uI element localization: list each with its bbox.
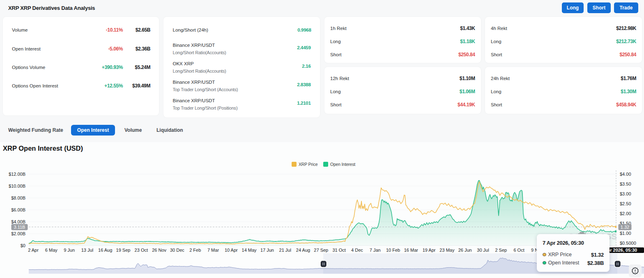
svg-text:19 Sep: 19 Sep: [116, 248, 131, 253]
svg-text:2 Sep: 2 Sep: [495, 248, 507, 253]
svg-text:2 Apr: 2 Apr: [28, 248, 39, 253]
svg-text:23 Oct: 23 Oct: [135, 248, 148, 253]
svg-text:$4.00: $4.00: [620, 172, 631, 177]
svg-text:21 Jul: 21 Jul: [279, 248, 291, 253]
svg-text:$10.00B: $10.00B: [9, 184, 25, 188]
svg-text:9 Jun: 9 Jun: [64, 248, 75, 253]
svg-text:26 Nov: 26 Nov: [152, 248, 166, 253]
svg-text:$2.50: $2.50: [620, 201, 631, 206]
svg-text:14 May: 14 May: [242, 248, 257, 253]
svg-text:2 Feb: 2 Feb: [189, 248, 201, 253]
svg-text:$8.00B: $8.00B: [11, 195, 25, 200]
svg-text:7 Jan: 7 Jan: [370, 248, 381, 253]
svg-text:$3.50: $3.50: [620, 182, 631, 186]
svg-text:$12.00B: $12.00B: [9, 172, 25, 177]
svg-text:$6.00B: $6.00B: [11, 207, 25, 212]
svg-text:13 Jul: 13 Jul: [81, 248, 93, 253]
svg-text:$2.00B: $2.00B: [11, 231, 25, 236]
svg-text:$3.00: $3.00: [620, 191, 631, 196]
svg-text:4 Dec: 4 Dec: [351, 248, 363, 253]
svg-text:16 Mar: 16 Mar: [404, 248, 419, 253]
svg-text:$4.00B: $4.00B: [11, 219, 25, 224]
svg-text:$0.5000: $0.5000: [620, 241, 636, 246]
svg-text:6 May: 6 May: [45, 248, 58, 253]
svg-text:24 Aug: 24 Aug: [296, 248, 310, 253]
svg-text:30 Jul: 30 Jul: [477, 248, 489, 253]
svg-text:30 Dec: 30 Dec: [170, 248, 184, 253]
svg-text:7 Mar: 7 Mar: [207, 248, 219, 253]
svg-text:19 Apr: 19 Apr: [423, 248, 436, 253]
svg-text:3.11B: 3.11B: [14, 225, 25, 230]
svg-text:27 Sep: 27 Sep: [314, 248, 328, 253]
svg-text:17 Jun: 17 Jun: [260, 248, 274, 253]
svg-text:10 Apr: 10 Apr: [225, 248, 238, 253]
svg-text:$0: $0: [21, 243, 25, 248]
svg-text:23 May: 23 May: [439, 248, 455, 253]
svg-text:10 Feb: 10 Feb: [386, 248, 400, 253]
svg-text:$1.00: $1.00: [620, 231, 631, 236]
svg-text:$2.00: $2.00: [620, 211, 631, 216]
svg-text:31 Oct: 31 Oct: [332, 248, 345, 253]
svg-text:26 Jun: 26 Jun: [458, 248, 472, 253]
svg-text:1.32: 1.32: [621, 225, 629, 230]
svg-text:6 Oct: 6 Oct: [513, 248, 524, 253]
svg-text:16 Aug: 16 Aug: [98, 248, 112, 253]
